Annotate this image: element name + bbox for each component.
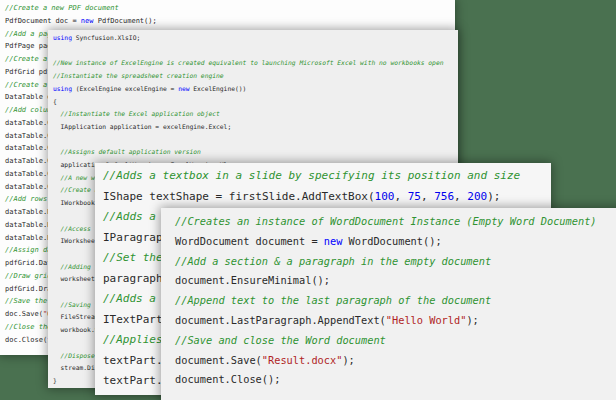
code-token: doc.Save(: [5, 310, 43, 318]
code-token: 75: [408, 190, 421, 203]
code-token: document.LastParagraph.AppendText(: [175, 314, 386, 326]
code-token: //Add colum: [5, 106, 51, 114]
code-token: ,: [421, 190, 434, 203]
code-token: //Dispose: [53, 352, 99, 359]
code-token: FileStream: [53, 313, 99, 320]
code-token: dataTable.R: [5, 221, 51, 229]
code-token: 100: [375, 190, 395, 203]
code-token: dataTable.C: [5, 170, 51, 178]
code-line: IApplication application = excelEngine.E…: [53, 121, 458, 134]
code-token: ITextPart: [103, 313, 169, 326]
code-token: IApplication application = excelEngine.E…: [53, 123, 231, 130]
code-token: PdfGrid pdf: [5, 68, 51, 76]
code-line: //Assigns default application version: [53, 146, 458, 159]
code-token: //Applies: [103, 333, 169, 346]
code-token: document.Save(: [175, 354, 262, 366]
code-token: textPart.F: [103, 374, 169, 387]
code-token: //Create a new PDF document: [5, 4, 119, 12]
code-snippets-collage: //Create a new PDF documentPdfDocument d…: [0, 0, 616, 400]
code-token: dataTable.R: [5, 208, 51, 216]
code-token: new: [324, 235, 343, 247]
code-line: //Adds a textbox in a slide by specifyin…: [103, 166, 551, 187]
code-token: workbook.S: [53, 326, 99, 333]
code-line: {: [53, 96, 458, 109]
code-token: pdfGrid.Dat: [5, 259, 51, 267]
code-token: DataTable d: [5, 93, 51, 101]
code-token: );: [342, 354, 354, 366]
code-token: //Set the: [103, 251, 169, 264]
code-line: document.LastParagraph.AppendText("Hello…: [175, 311, 616, 331]
code-line: //Add a section & a paragraph in the emp…: [175, 252, 616, 272]
code-line: //Create a new PDF document: [5, 2, 455, 15]
code-token: IShape textShape = firstSlide.AddTextBox…: [103, 190, 375, 203]
code-line: //Save and close the Word document: [175, 331, 616, 351]
code-token: }: [53, 377, 57, 384]
code-token: dataTable.R: [5, 234, 51, 242]
code-token: worksheet.: [53, 275, 99, 282]
code-token: ,: [454, 190, 467, 203]
code-token: {: [53, 98, 57, 105]
code-token: new: [81, 17, 94, 25]
code-token: paragraph.: [103, 272, 169, 285]
code-token: //Create a: [5, 55, 51, 63]
code-token: ,: [394, 190, 407, 203]
code-line: using (ExcelEngine excelEngine = new Exc…: [53, 83, 458, 96]
code-token: //Draw grid: [5, 272, 51, 280]
code-token: //Add a pag: [5, 30, 51, 38]
code-token: PdfDocument doc =: [5, 17, 81, 25]
code-line: using Syncfusion.XlsIO;: [53, 32, 458, 45]
code-token: ExcelEngine()): [190, 85, 247, 92]
code-token: textPart.F: [103, 354, 169, 367]
code-token: //Instantiate the spreadsheet creation e…: [53, 72, 224, 79]
code-token: //Save and close the Word document: [175, 334, 386, 346]
code-line: [53, 134, 458, 147]
code-line: document.Close();: [175, 370, 616, 390]
code-token: dataTable.C: [5, 144, 51, 152]
code-token: 200: [467, 190, 487, 203]
code-token: //Access f: [53, 225, 99, 232]
code-token: new: [178, 85, 189, 92]
code-token: using: [53, 85, 72, 92]
code-token: WordDocument document =: [175, 235, 324, 247]
code-line: //Creates an instance of WordDocument In…: [175, 212, 616, 232]
code-token: PdfDocument();: [94, 17, 157, 25]
code-token: Syncfusion.XlsIO;: [72, 34, 140, 41]
code-token: IParagraph: [103, 231, 169, 244]
code-token: //Adds a p: [103, 210, 169, 223]
code-token: //Close the: [5, 323, 51, 331]
code-token: //Assign da: [5, 246, 51, 254]
code-token: dataTable.C: [5, 183, 51, 191]
code-token: "Hello World": [386, 314, 467, 326]
code-token: using: [53, 34, 72, 41]
code-token: );: [487, 190, 500, 203]
code-token: //Add rows: [5, 195, 51, 203]
code-token: //Add a section & a paragraph in the emp…: [175, 255, 491, 267]
code-token: //Instantiate the Excel application obje…: [53, 110, 220, 117]
code-token: IWorksheet: [53, 237, 99, 244]
code-token: (ExcelEngine excelEngine =: [72, 85, 178, 92]
code-token: document.EnsureMinimal();: [175, 274, 330, 286]
code-line: //New instance of ExcelEngine is created…: [53, 57, 458, 70]
code-token: dataTable.C: [5, 119, 51, 127]
code-token: //Adds a T: [103, 292, 169, 305]
code-token: //New instance of ExcelEngine is created…: [53, 59, 443, 66]
code-token: pdfGrid.Dra: [5, 285, 51, 293]
code-line: //Append text to the last paragraph of t…: [175, 291, 616, 311]
code-line: PdfDocument doc = new PdfDocument();: [5, 15, 455, 28]
code-token: );: [466, 314, 478, 326]
code-token: WordDocument();: [342, 235, 441, 247]
code-token: //Adds a textbox in a slide by specifyin…: [103, 169, 520, 182]
code-token: stream.Dis: [53, 364, 99, 371]
code-token: document.Close();: [175, 373, 280, 385]
code-line: document.Save("Result.docx");: [175, 351, 616, 371]
code-line: WordDocument document = new WordDocument…: [175, 232, 616, 252]
code-token: doc.Close(: [5, 336, 47, 344]
code-token: //Assigns default application version: [53, 148, 201, 155]
code-token: //Create a: [5, 81, 51, 89]
code-token: 756: [434, 190, 454, 203]
word-code-panel: //Creates an instance of WordDocument In…: [161, 208, 616, 400]
code-line: IShape textShape = firstSlide.AddTextBox…: [103, 187, 551, 208]
code-line: [53, 45, 458, 58]
code-token: //Saving t: [53, 301, 99, 308]
code-line: //Instantiate the spreadsheet creation e…: [53, 70, 458, 83]
